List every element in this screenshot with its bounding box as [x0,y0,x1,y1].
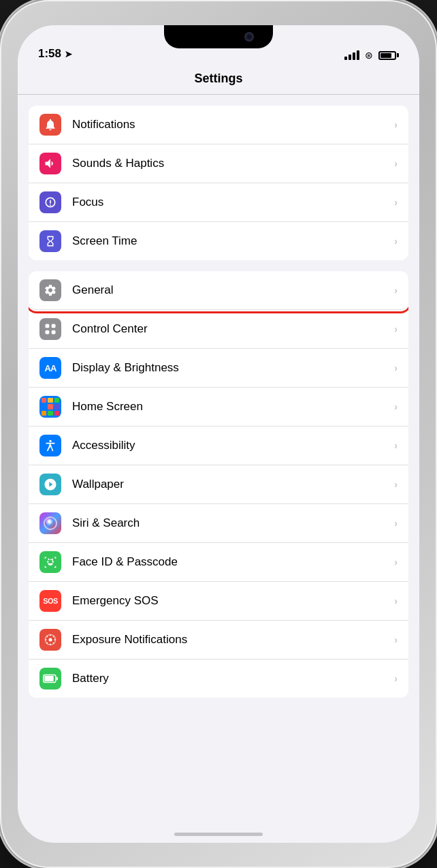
settings-item-faceid[interactable]: Face ID & Passcode › [29,543,408,582]
svg-rect-16 [56,677,58,681]
settings-item-wallpaper[interactable]: Wallpaper › [29,465,408,504]
svg-point-6 [50,634,51,636]
svg-point-13 [46,642,48,644]
settings-item-general[interactable]: General › [29,271,408,310]
control-center-label: Control Center [72,322,389,336]
svg-point-9 [54,639,56,640]
status-time: 1:58 ➤ [38,47,344,61]
faceid-label: Face ID & Passcode [72,555,389,569]
notifications-icon [39,114,61,136]
home-screen-icon [39,396,61,418]
control-center-chevron: › [394,324,398,335]
siri-chevron: › [394,518,398,529]
battery-icon [39,668,61,689]
notifications-label: Notifications [72,118,389,131]
battery-label: Battery [72,672,389,685]
control-center-icon [39,318,61,340]
exposure-chevron: › [394,634,398,645]
wallpaper-icon [39,474,61,495]
accessibility-icon [39,435,61,456]
display-label: Display & Brightness [72,361,389,375]
settings-item-screen-time[interactable]: Screen Time › [29,222,408,260]
settings-item-battery[interactable]: Battery › [29,660,408,698]
settings-item-accessibility[interactable]: Accessibility › [29,427,408,465]
page-title: Settings [194,72,242,85]
settings-item-notifications[interactable]: Notifications › [29,106,408,144]
wallpaper-label: Wallpaper [72,478,389,491]
svg-point-5 [49,638,52,642]
display-chevron: › [394,362,398,373]
settings-item-sos[interactable]: SOS Emergency SOS › [29,582,408,621]
sos-icon: SOS [39,590,61,612]
wifi-icon: ⊛ [365,50,373,61]
exposure-icon [39,629,61,651]
accessibility-label: Accessibility [72,439,389,452]
battery-chevron: › [394,673,398,684]
general-label: General [72,283,389,297]
home-screen-label: Home Screen [72,400,389,414]
faceid-chevron: › [394,557,398,568]
page-title-bar: Settings [18,66,419,95]
svg-rect-3 [52,330,56,335]
accessibility-chevron: › [394,440,398,451]
status-icons: ⊛ [344,50,399,61]
notch [164,25,273,48]
settings-item-control-center[interactable]: Control Center › [29,310,408,349]
exposure-label: Exposure Notifications [72,633,389,647]
wallpaper-chevron: › [394,479,398,490]
home-screen-chevron: › [394,401,398,412]
focus-icon [39,191,61,213]
svg-rect-0 [46,324,50,328]
settings-item-display[interactable]: AA Display & Brightness › [29,349,408,388]
signal-icon [344,50,359,60]
screen-time-label: Screen Time [72,234,389,248]
notifications-chevron: › [394,119,398,130]
siri-icon [39,512,61,534]
settings-item-exposure[interactable]: Exposure Notifications › [29,621,408,660]
settings-scroll[interactable]: Notifications › Sounds & Haptics › [18,95,419,841]
svg-point-8 [45,639,46,640]
svg-rect-15 [44,676,53,681]
sounds-icon [39,153,61,174]
home-indicator [174,833,263,836]
svg-point-10 [46,636,48,637]
settings-group-2: General › Control Center › [29,271,408,698]
settings-item-home-screen[interactable]: Home Screen › [29,388,408,427]
svg-rect-1 [52,324,56,328]
svg-point-12 [53,636,54,637]
svg-point-4 [49,440,51,442]
general-chevron: › [394,285,398,296]
faceid-icon [39,551,61,573]
battery-status-icon [378,51,399,60]
screen-time-chevron: › [394,236,398,247]
phone-screen: 1:58 ➤ ⊛ [18,25,419,843]
sounds-label: Sounds & Haptics [72,157,389,170]
display-icon: AA [39,357,61,379]
settings-item-sounds[interactable]: Sounds & Haptics › [29,144,408,183]
settings-group-1: Notifications › Sounds & Haptics › [29,106,408,260]
general-icon [39,279,61,301]
sos-chevron: › [394,595,398,606]
phone-frame: 1:58 ➤ ⊛ [0,0,437,868]
front-camera [244,32,254,42]
focus-label: Focus [72,196,389,209]
sounds-chevron: › [394,158,398,169]
siri-label: Siri & Search [72,516,389,530]
svg-rect-2 [46,330,50,335]
screen-time-icon [39,230,61,252]
sos-label: Emergency SOS [72,594,389,608]
settings-item-focus[interactable]: Focus › [29,183,408,222]
settings-item-siri[interactable]: Siri & Search › [29,504,408,543]
focus-chevron: › [394,197,398,208]
svg-point-11 [53,642,54,644]
svg-point-7 [50,644,51,645]
